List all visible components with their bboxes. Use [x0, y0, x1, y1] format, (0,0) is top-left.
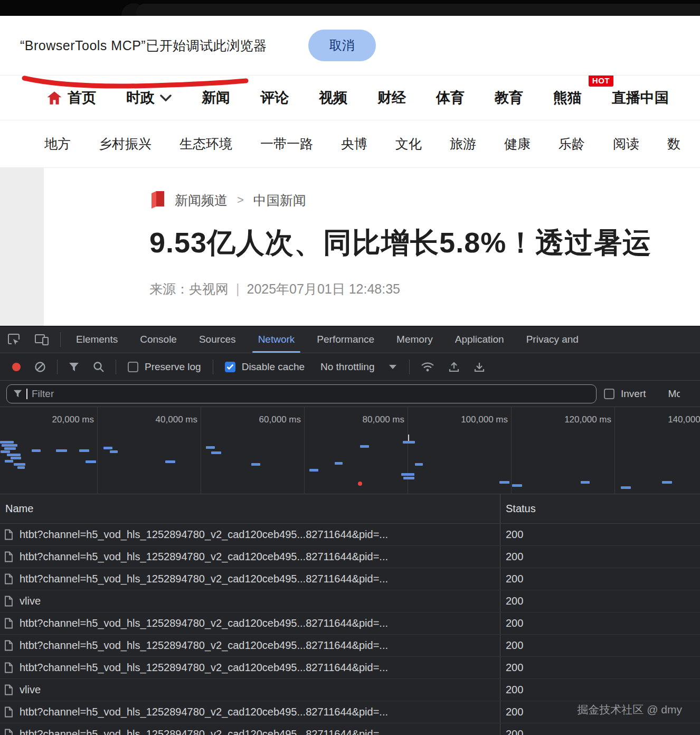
- request-name-cell[interactable]: htbt?channel=h5_vod_hls_1252894780_v2_ca…: [0, 524, 500, 545]
- primary-nav-item[interactable]: 时政: [126, 88, 172, 107]
- tab-console[interactable]: Console: [129, 326, 188, 353]
- export-har-icon[interactable]: [474, 361, 485, 373]
- status-code: 200: [506, 639, 523, 652]
- record-icon[interactable]: [12, 363, 21, 371]
- cancel-button[interactable]: 取消: [308, 30, 376, 61]
- invert-label: Invert: [621, 388, 646, 400]
- browser-chrome-bar: [0, 0, 700, 16]
- table-row[interactable]: htbt?channel=h5_vod_hls_1252894780_v2_ca…: [0, 657, 700, 679]
- table-row[interactable]: htbt?channel=h5_vod_hls_1252894780_v2_ca…: [0, 635, 700, 657]
- request-name-cell[interactable]: htbt?channel=h5_vod_hls_1252894780_v2_ca…: [0, 612, 500, 634]
- table-row[interactable]: vlive200: [0, 679, 700, 701]
- network-conditions-icon[interactable]: [421, 361, 434, 373]
- secondary-nav-item[interactable]: 数: [667, 135, 680, 153]
- tab-label: Sources: [199, 334, 236, 345]
- primary-nav-item[interactable]: 首页: [46, 88, 96, 107]
- tab-elements[interactable]: Elements: [65, 326, 129, 353]
- tab-label: Elements: [76, 334, 118, 345]
- filter-text-input[interactable]: [32, 388, 590, 400]
- secondary-nav-item[interactable]: 地方: [44, 135, 71, 153]
- request-name-cell[interactable]: htbt?channel=h5_vod_hls_1252894780_v2_ca…: [0, 657, 500, 679]
- network-overview[interactable]: 20,000 ms40,000 ms60,000 ms80,000 ms100,…: [0, 407, 700, 494]
- status-code: 200: [506, 573, 523, 585]
- request-name-cell[interactable]: vlive: [0, 679, 500, 701]
- primary-nav-item[interactable]: 直播中国: [612, 88, 669, 107]
- primary-nav-item[interactable]: 评论: [260, 88, 289, 107]
- request-name: htbt?channel=h5_vod_hls_1252894780_v2_ca…: [20, 529, 388, 541]
- tab-performance[interactable]: Performance: [306, 326, 385, 353]
- secondary-nav-item[interactable]: 阅读: [613, 135, 639, 153]
- device-toolbar-icon[interactable]: [34, 333, 49, 346]
- primary-nav-item[interactable]: 教育: [495, 88, 523, 107]
- request-name-cell[interactable]: htbt?channel=h5_vod_hls_1252894780_v2_ca…: [0, 546, 500, 568]
- table-row[interactable]: htbt?channel=h5_vod_hls_1252894780_v2_ca…: [0, 701, 700, 723]
- document-icon: [4, 573, 13, 585]
- waterfall-bar: [11, 457, 21, 459]
- primary-nav-item[interactable]: 财经: [377, 88, 406, 107]
- screen: “BrowserTools MCP”已开始调试此浏览器 取消 首页时政新闻评论视…: [0, 0, 700, 735]
- tab-sources[interactable]: Sources: [188, 326, 247, 353]
- throttling-select[interactable]: No throttling: [320, 361, 396, 373]
- secondary-nav-item[interactable]: 旅游: [450, 135, 476, 153]
- table-row[interactable]: vlive200: [0, 590, 700, 612]
- document-icon: [4, 706, 13, 718]
- column-header-status[interactable]: Status: [500, 494, 700, 523]
- waterfall-bar: [110, 450, 118, 453]
- invert-checkbox[interactable]: Invert: [604, 388, 646, 400]
- browser-tab[interactable]: [136, 4, 700, 16]
- request-name-cell[interactable]: htbt?channel=h5_vod_hls_1252894780_v2_ca…: [0, 568, 500, 590]
- more-filters-label[interactable]: More filters: [668, 388, 680, 400]
- status-code: 200: [506, 617, 523, 629]
- waterfall-bar: [79, 449, 89, 452]
- table-row[interactable]: htbt?channel=h5_vod_hls_1252894780_v2_ca…: [0, 723, 700, 735]
- breadcrumb-page[interactable]: 中国新闻: [253, 192, 306, 209]
- document-icon: [4, 618, 13, 629]
- throttling-value: No throttling: [320, 361, 374, 373]
- tab-privacy-and[interactable]: Privacy and: [515, 326, 590, 353]
- primary-nav-label: 财经: [377, 88, 406, 107]
- waterfall-bar: [581, 481, 590, 484]
- clear-icon[interactable]: [34, 361, 46, 373]
- import-har-icon[interactable]: [448, 361, 460, 373]
- secondary-nav-item[interactable]: 一带一路: [260, 135, 313, 153]
- search-icon[interactable]: [93, 361, 105, 373]
- request-name: htbt?channel=h5_vod_hls_1252894780_v2_ca…: [20, 639, 388, 652]
- secondary-nav-item[interactable]: 健康: [504, 135, 531, 153]
- tab-network[interactable]: Network: [247, 326, 306, 353]
- primary-nav-label: 新闻: [202, 88, 230, 107]
- preserve-log-checkbox[interactable]: Preserve log: [128, 361, 201, 373]
- table-row[interactable]: htbt?channel=h5_vod_hls_1252894780_v2_ca…: [0, 524, 700, 546]
- primary-nav-item[interactable]: 新闻: [202, 88, 230, 107]
- request-name-cell[interactable]: htbt?channel=h5_vod_hls_1252894780_v2_ca…: [0, 635, 500, 656]
- filter-input[interactable]: [6, 384, 597, 403]
- timeline-tick-label: 60,000 ms: [201, 414, 304, 425]
- primary-nav-item[interactable]: 体育: [436, 88, 465, 107]
- column-header-name[interactable]: Name: [0, 494, 500, 523]
- preserve-log-label: Preserve log: [145, 361, 201, 373]
- request-name-cell[interactable]: vlive: [0, 590, 500, 612]
- breadcrumb-section[interactable]: 新闻频道: [175, 192, 228, 209]
- filter-icon[interactable]: [69, 362, 79, 372]
- secondary-nav-item[interactable]: 央博: [341, 135, 367, 153]
- table-row[interactable]: htbt?channel=h5_vod_hls_1252894780_v2_ca…: [0, 612, 700, 635]
- primary-nav-item[interactable]: 视频: [319, 88, 347, 107]
- tab-memory[interactable]: Memory: [385, 326, 444, 353]
- table-row[interactable]: htbt?channel=h5_vod_hls_1252894780_v2_ca…: [0, 546, 700, 568]
- inspect-element-icon[interactable]: [7, 333, 21, 346]
- secondary-nav-item[interactable]: 生态环境: [179, 135, 232, 153]
- table-row[interactable]: htbt?channel=h5_vod_hls_1252894780_v2_ca…: [0, 568, 700, 590]
- waterfall-bar: [335, 462, 343, 465]
- primary-nav-item[interactable]: 熊猫HOT: [553, 88, 582, 107]
- secondary-nav-item[interactable]: 文化: [395, 135, 422, 153]
- request-name-cell[interactable]: htbt?channel=h5_vod_hls_1252894780_v2_ca…: [0, 701, 500, 723]
- secondary-nav-item[interactable]: 乐龄: [559, 135, 585, 153]
- error-dot: [358, 482, 362, 486]
- tab-application[interactable]: Application: [444, 326, 515, 353]
- divider: [213, 360, 213, 374]
- request-name-cell[interactable]: htbt?channel=h5_vod_hls_1252894780_v2_ca…: [0, 723, 500, 735]
- request-name: htbt?channel=h5_vod_hls_1252894780_v2_ca…: [20, 573, 388, 585]
- disable-cache-checkbox[interactable]: Disable cache: [225, 361, 305, 373]
- status-code: 200: [506, 595, 523, 607]
- status-code: 200: [506, 662, 523, 674]
- secondary-nav-item[interactable]: 乡村振兴: [99, 135, 152, 153]
